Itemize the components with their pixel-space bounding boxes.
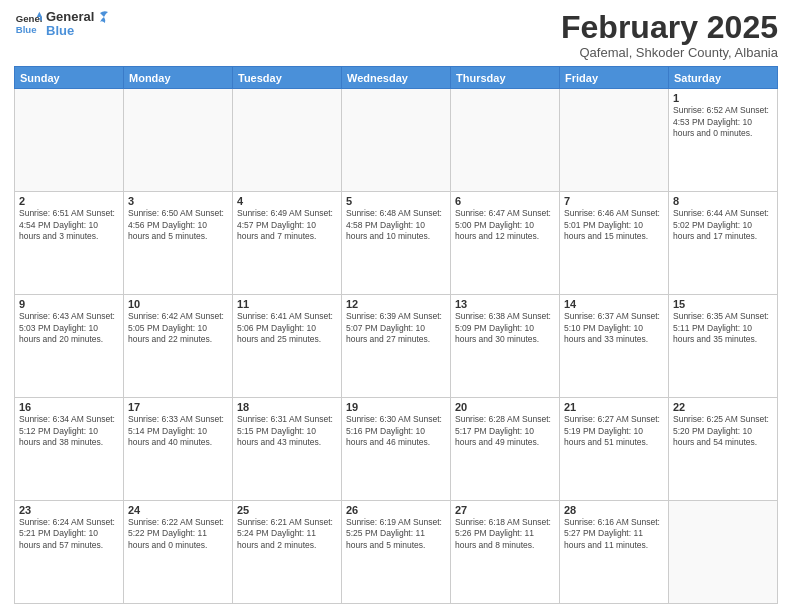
calendar-cell: 19Sunrise: 6:30 AM Sunset: 5:16 PM Dayli… bbox=[342, 398, 451, 501]
calendar-cell: 7Sunrise: 6:46 AM Sunset: 5:01 PM Daylig… bbox=[560, 192, 669, 295]
day-info: Sunrise: 6:49 AM Sunset: 4:57 PM Dayligh… bbox=[237, 208, 337, 242]
weekday-wednesday: Wednesday bbox=[342, 67, 451, 89]
day-number: 20 bbox=[455, 401, 555, 413]
day-number: 15 bbox=[673, 298, 773, 310]
calendar-cell: 20Sunrise: 6:28 AM Sunset: 5:17 PM Dayli… bbox=[451, 398, 560, 501]
calendar-cell: 18Sunrise: 6:31 AM Sunset: 5:15 PM Dayli… bbox=[233, 398, 342, 501]
calendar-cell bbox=[669, 501, 778, 604]
weekday-monday: Monday bbox=[124, 67, 233, 89]
calendar-cell: 10Sunrise: 6:42 AM Sunset: 5:05 PM Dayli… bbox=[124, 295, 233, 398]
calendar-cell: 22Sunrise: 6:25 AM Sunset: 5:20 PM Dayli… bbox=[669, 398, 778, 501]
day-info: Sunrise: 6:22 AM Sunset: 5:22 PM Dayligh… bbox=[128, 517, 228, 551]
weekday-tuesday: Tuesday bbox=[233, 67, 342, 89]
day-number: 2 bbox=[19, 195, 119, 207]
calendar-cell: 13Sunrise: 6:38 AM Sunset: 5:09 PM Dayli… bbox=[451, 295, 560, 398]
day-info: Sunrise: 6:21 AM Sunset: 5:24 PM Dayligh… bbox=[237, 517, 337, 551]
calendar-table: SundayMondayTuesdayWednesdayThursdayFrid… bbox=[14, 66, 778, 604]
calendar-cell: 1Sunrise: 6:52 AM Sunset: 4:53 PM Daylig… bbox=[669, 89, 778, 192]
calendar-cell: 14Sunrise: 6:37 AM Sunset: 5:10 PM Dayli… bbox=[560, 295, 669, 398]
day-info: Sunrise: 6:24 AM Sunset: 5:21 PM Dayligh… bbox=[19, 517, 119, 551]
day-info: Sunrise: 6:27 AM Sunset: 5:19 PM Dayligh… bbox=[564, 414, 664, 448]
day-number: 8 bbox=[673, 195, 773, 207]
calendar-cell: 24Sunrise: 6:22 AM Sunset: 5:22 PM Dayli… bbox=[124, 501, 233, 604]
day-number: 26 bbox=[346, 504, 446, 516]
calendar-cell bbox=[124, 89, 233, 192]
day-number: 18 bbox=[237, 401, 337, 413]
calendar-week-1: 1Sunrise: 6:52 AM Sunset: 4:53 PM Daylig… bbox=[15, 89, 778, 192]
logo-line1: General bbox=[46, 10, 94, 24]
day-number: 10 bbox=[128, 298, 228, 310]
day-number: 1 bbox=[673, 92, 773, 104]
calendar-week-2: 2Sunrise: 6:51 AM Sunset: 4:54 PM Daylig… bbox=[15, 192, 778, 295]
day-info: Sunrise: 6:52 AM Sunset: 4:53 PM Dayligh… bbox=[673, 105, 773, 139]
day-number: 13 bbox=[455, 298, 555, 310]
day-info: Sunrise: 6:31 AM Sunset: 5:15 PM Dayligh… bbox=[237, 414, 337, 448]
day-info: Sunrise: 6:50 AM Sunset: 4:56 PM Dayligh… bbox=[128, 208, 228, 242]
day-number: 11 bbox=[237, 298, 337, 310]
calendar-cell: 4Sunrise: 6:49 AM Sunset: 4:57 PM Daylig… bbox=[233, 192, 342, 295]
day-number: 25 bbox=[237, 504, 337, 516]
day-info: Sunrise: 6:19 AM Sunset: 5:25 PM Dayligh… bbox=[346, 517, 446, 551]
day-number: 19 bbox=[346, 401, 446, 413]
day-info: Sunrise: 6:51 AM Sunset: 4:54 PM Dayligh… bbox=[19, 208, 119, 242]
calendar-week-4: 16Sunrise: 6:34 AM Sunset: 5:12 PM Dayli… bbox=[15, 398, 778, 501]
day-number: 7 bbox=[564, 195, 664, 207]
calendar-week-3: 9Sunrise: 6:43 AM Sunset: 5:03 PM Daylig… bbox=[15, 295, 778, 398]
day-number: 16 bbox=[19, 401, 119, 413]
calendar-cell: 2Sunrise: 6:51 AM Sunset: 4:54 PM Daylig… bbox=[15, 192, 124, 295]
day-number: 21 bbox=[564, 401, 664, 413]
calendar-cell bbox=[233, 89, 342, 192]
day-info: Sunrise: 6:30 AM Sunset: 5:16 PM Dayligh… bbox=[346, 414, 446, 448]
day-info: Sunrise: 6:39 AM Sunset: 5:07 PM Dayligh… bbox=[346, 311, 446, 345]
day-number: 12 bbox=[346, 298, 446, 310]
logo: General Blue General Blue bbox=[14, 10, 110, 39]
title-block: February 2025 Qafemal, Shkoder County, A… bbox=[561, 10, 778, 60]
logo-icon: General Blue bbox=[14, 10, 42, 38]
calendar-cell: 15Sunrise: 6:35 AM Sunset: 5:11 PM Dayli… bbox=[669, 295, 778, 398]
weekday-sunday: Sunday bbox=[15, 67, 124, 89]
day-info: Sunrise: 6:37 AM Sunset: 5:10 PM Dayligh… bbox=[564, 311, 664, 345]
calendar-cell: 17Sunrise: 6:33 AM Sunset: 5:14 PM Dayli… bbox=[124, 398, 233, 501]
calendar-cell: 26Sunrise: 6:19 AM Sunset: 5:25 PM Dayli… bbox=[342, 501, 451, 604]
day-number: 22 bbox=[673, 401, 773, 413]
day-info: Sunrise: 6:42 AM Sunset: 5:05 PM Dayligh… bbox=[128, 311, 228, 345]
day-info: Sunrise: 6:47 AM Sunset: 5:00 PM Dayligh… bbox=[455, 208, 555, 242]
day-info: Sunrise: 6:43 AM Sunset: 5:03 PM Dayligh… bbox=[19, 311, 119, 345]
calendar-cell: 6Sunrise: 6:47 AM Sunset: 5:00 PM Daylig… bbox=[451, 192, 560, 295]
calendar-cell bbox=[15, 89, 124, 192]
day-number: 6 bbox=[455, 195, 555, 207]
day-number: 4 bbox=[237, 195, 337, 207]
weekday-thursday: Thursday bbox=[451, 67, 560, 89]
calendar-cell: 11Sunrise: 6:41 AM Sunset: 5:06 PM Dayli… bbox=[233, 295, 342, 398]
day-info: Sunrise: 6:33 AM Sunset: 5:14 PM Dayligh… bbox=[128, 414, 228, 448]
day-number: 23 bbox=[19, 504, 119, 516]
calendar-cell: 3Sunrise: 6:50 AM Sunset: 4:56 PM Daylig… bbox=[124, 192, 233, 295]
day-info: Sunrise: 6:46 AM Sunset: 5:01 PM Dayligh… bbox=[564, 208, 664, 242]
calendar-cell: 5Sunrise: 6:48 AM Sunset: 4:58 PM Daylig… bbox=[342, 192, 451, 295]
month-title: February 2025 bbox=[561, 10, 778, 45]
svg-text:Blue: Blue bbox=[16, 24, 37, 35]
calendar-cell: 16Sunrise: 6:34 AM Sunset: 5:12 PM Dayli… bbox=[15, 398, 124, 501]
day-number: 27 bbox=[455, 504, 555, 516]
weekday-header-row: SundayMondayTuesdayWednesdayThursdayFrid… bbox=[15, 67, 778, 89]
day-number: 17 bbox=[128, 401, 228, 413]
calendar-cell: 8Sunrise: 6:44 AM Sunset: 5:02 PM Daylig… bbox=[669, 192, 778, 295]
day-info: Sunrise: 6:48 AM Sunset: 4:58 PM Dayligh… bbox=[346, 208, 446, 242]
day-info: Sunrise: 6:25 AM Sunset: 5:20 PM Dayligh… bbox=[673, 414, 773, 448]
calendar-cell: 21Sunrise: 6:27 AM Sunset: 5:19 PM Dayli… bbox=[560, 398, 669, 501]
calendar-week-5: 23Sunrise: 6:24 AM Sunset: 5:21 PM Dayli… bbox=[15, 501, 778, 604]
day-number: 3 bbox=[128, 195, 228, 207]
calendar-cell: 25Sunrise: 6:21 AM Sunset: 5:24 PM Dayli… bbox=[233, 501, 342, 604]
calendar-cell: 28Sunrise: 6:16 AM Sunset: 5:27 PM Dayli… bbox=[560, 501, 669, 604]
day-info: Sunrise: 6:18 AM Sunset: 5:26 PM Dayligh… bbox=[455, 517, 555, 551]
calendar-cell: 27Sunrise: 6:18 AM Sunset: 5:26 PM Dayli… bbox=[451, 501, 560, 604]
day-number: 9 bbox=[19, 298, 119, 310]
day-number: 24 bbox=[128, 504, 228, 516]
day-number: 14 bbox=[564, 298, 664, 310]
day-number: 28 bbox=[564, 504, 664, 516]
calendar-cell bbox=[560, 89, 669, 192]
logo-bird-icon bbox=[90, 8, 110, 28]
day-info: Sunrise: 6:28 AM Sunset: 5:17 PM Dayligh… bbox=[455, 414, 555, 448]
subtitle: Qafemal, Shkoder County, Albania bbox=[561, 45, 778, 60]
calendar-cell bbox=[451, 89, 560, 192]
